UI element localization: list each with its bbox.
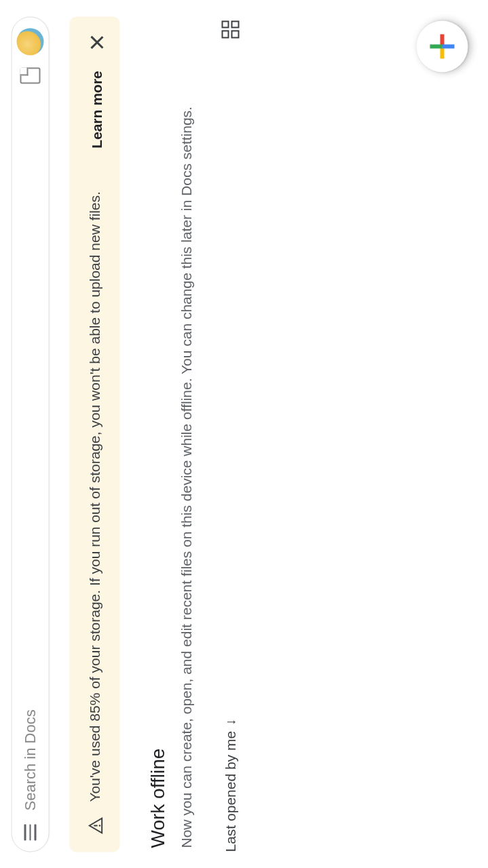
sort-label-text: Last opened by me	[222, 730, 238, 852]
svg-point-1	[98, 825, 100, 827]
work-offline-section: Work offline Now you can create, open, a…	[147, 16, 197, 852]
menu-icon[interactable]	[20, 821, 39, 840]
search-input[interactable]	[21, 83, 39, 810]
grid-view-icon[interactable]	[221, 20, 239, 38]
avatar[interactable]	[16, 28, 43, 55]
document-icon[interactable]	[20, 67, 40, 83]
learn-more-link[interactable]: Learn more	[88, 71, 105, 148]
plus-icon	[430, 34, 454, 58]
new-document-button[interactable]	[416, 20, 468, 72]
work-offline-description: Now you can create, open, and edit recen…	[175, 20, 197, 848]
close-icon[interactable]	[88, 34, 105, 50]
sort-dropdown[interactable]: Last opened by me ↓	[222, 718, 238, 852]
banner-message: You've used 85% of your storage. If you …	[84, 148, 105, 802]
sort-row: Last opened by me ↓	[221, 16, 252, 852]
storage-warning-banner: You've used 85% of your storage. If you …	[69, 16, 119, 852]
arrow-down-icon: ↓	[222, 718, 238, 725]
work-offline-title: Work offline	[147, 20, 168, 848]
search-bar	[11, 16, 49, 852]
warning-icon	[87, 816, 105, 834]
